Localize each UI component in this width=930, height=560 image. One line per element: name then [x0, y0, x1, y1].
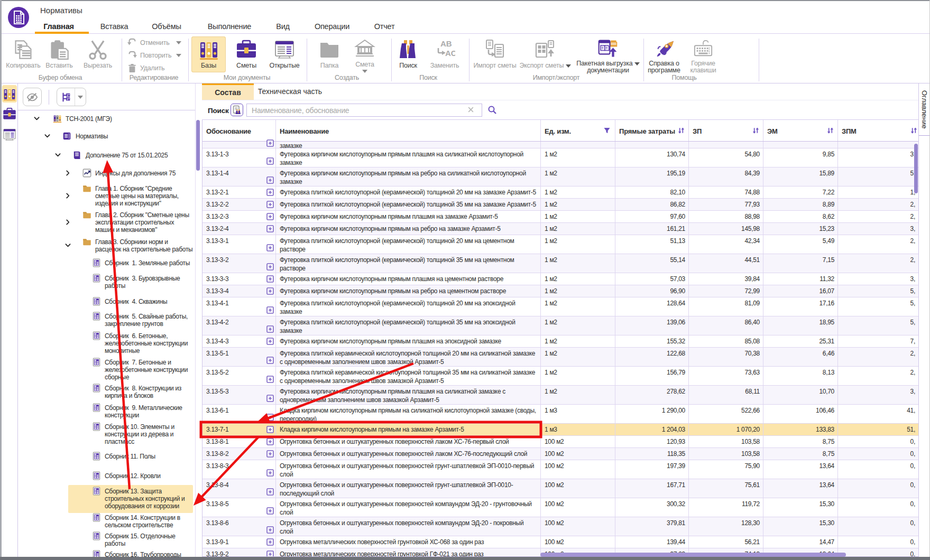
search-submit-icon[interactable]: [487, 105, 497, 115]
table-row-3.13-8-6[interactable]: 3.13-8-6Огрунтовка бетонных и оштукатуре…: [202, 517, 918, 536]
table-row-3.13-3-3[interactable]: 3.13-3-3Футеровка кирпичом кислотоупорны…: [202, 273, 918, 285]
new-folder-button[interactable]: Папка: [313, 36, 346, 72]
table-row-3.13-5-3[interactable]: 3.13-5-3Футеровка кирпичом кислотоупорны…: [202, 386, 918, 405]
table-row-3.13-8-2[interactable]: 3.13-8-2Огрунтовка бетонных и оштукатуре…: [202, 448, 918, 460]
batch-upload-button[interactable]: Пакетная выгрузка документации: [575, 36, 641, 72]
tab-tech-part[interactable]: Техническая часть: [254, 83, 326, 100]
opened-button[interactable]: Открытые: [266, 36, 303, 72]
expand-plus-icon[interactable]: [266, 139, 274, 147]
menu-tab-main[interactable]: Главная: [27, 20, 90, 33]
expand-plus-icon[interactable]: [266, 338, 274, 345]
expand-plus-icon[interactable]: [266, 450, 274, 458]
table-row-3.13-3-4[interactable]: 3.13-3-4Футеровка кирпичом кислотоупорны…: [202, 285, 918, 297]
filter-funnel-icon[interactable]: [603, 127, 611, 134]
expand-plus-icon[interactable]: [266, 357, 274, 364]
chevron-down-icon[interactable]: [65, 242, 71, 248]
table-row-3.13-8-3[interactable]: 3.13-8-3Огрунтовка бетонных и оштукатуре…: [202, 460, 918, 479]
table-row-3.13-5-2[interactable]: 3.13-5-2Футеровка плиткой керамической к…: [202, 367, 918, 386]
paste-button[interactable]: Вставить: [42, 36, 76, 72]
expand-plus-icon[interactable]: [266, 176, 274, 184]
tree-scrollbar-thumb[interactable]: [196, 120, 200, 171]
table-row-3.13-7-1[interactable]: 3.13-7-1Кладка кирпичом кислотоупорным п…: [202, 424, 918, 436]
tab-sostav[interactable]: Состав: [202, 83, 254, 100]
sort-icon[interactable]: [910, 127, 918, 135]
table-row-3.13-5-1[interactable]: 3.13-5-1Футеровка плиткой керамической к…: [202, 348, 918, 367]
table-row-3.13-2-1[interactable]: 3.13-2-1Футеровка плиткой кислотоупорной…: [202, 186, 918, 199]
bases-button[interactable]: Базы: [191, 36, 226, 72]
table-vertical-scrollbar-thumb[interactable]: [914, 144, 918, 193]
chevron-down-icon[interactable]: [55, 152, 61, 158]
chevron-down-icon[interactable]: [44, 133, 50, 139]
tab-toc[interactable]: Оглавление: [919, 83, 930, 136]
table-row-3.13-8-4[interactable]: 3.13-8-4Огрунтовка бетонных и оштукатуре…: [202, 479, 918, 498]
strip-estimates[interactable]: [2, 105, 17, 123]
expand-plus-icon[interactable]: [266, 438, 274, 445]
table-row-3.13-2-4[interactable]: 3.13-2-4Футеровка кирпичом кислотоупорны…: [202, 223, 918, 235]
chevron-down-icon[interactable]: [34, 116, 40, 122]
import-estimate-button[interactable]: Импорт сметы: [472, 36, 518, 72]
expand-plus-icon[interactable]: [266, 213, 274, 220]
table-row-3.13-4-3[interactable]: 3.13-4-3Футеровка кирпичом кислотоупорны…: [202, 335, 918, 348]
expand-plus-icon[interactable]: [266, 275, 274, 283]
search-input[interactable]: Наименование, обоснование: [246, 104, 482, 117]
expand-plus-icon[interactable]: [266, 526, 274, 534]
strip-opened[interactable]: [2, 126, 17, 143]
dropdown-arrow-icon[interactable]: [362, 70, 367, 73]
undo-button[interactable]: Отменить: [127, 38, 181, 48]
app-logo-icon[interactable]: [8, 7, 29, 28]
table-horizontal-scrollbar-thumb[interactable]: [540, 553, 846, 557]
table-row-3.13-4-1[interactable]: 3.13-4-1Футеровка плиткой кислотоупорной…: [202, 297, 918, 316]
chevron-down-icon[interactable]: [75, 96, 86, 99]
column-header-7[interactable]: ЗПМ: [838, 120, 918, 141]
search-scope-button[interactable]: [231, 104, 243, 116]
cut-button[interactable]: Вырезать: [79, 36, 116, 72]
chevron-right-icon[interactable]: [65, 219, 71, 225]
table-row-3.13-1-4[interactable]: 3.13-1-4Футеровка кирпичом кислотоупорны…: [202, 167, 918, 186]
strip-bases[interactable]: [2, 85, 17, 102]
column-header-5[interactable]: ЗП: [689, 120, 763, 141]
sort-icon[interactable]: [752, 127, 760, 135]
expand-plus-icon[interactable]: [266, 488, 274, 496]
delete-button[interactable]: Удалить: [127, 63, 174, 73]
expand-plus-icon[interactable]: [266, 469, 274, 477]
expand-plus-icon[interactable]: [266, 201, 274, 208]
estimates-button[interactable]: Сметы: [229, 36, 263, 72]
column-header-3[interactable]: Ед. изм.: [541, 120, 615, 141]
dropdown-arrow-icon[interactable]: [176, 54, 181, 57]
column-header-1[interactable]: Обоснование: [202, 120, 276, 141]
copy-button[interactable]: Копировать: [4, 36, 42, 72]
expand-plus-icon[interactable]: [266, 157, 274, 165]
table-row-3.13-1-3[interactable]: 3.13-1-3Футеровка кирпичом кислотоупорны…: [202, 148, 918, 167]
table-row-3.13-2-2[interactable]: 3.13-2-2Футеровка плиткой кислотоупорной…: [202, 199, 918, 211]
menu-tab-2[interactable]: Объёмы: [135, 20, 198, 33]
expand-plus-icon[interactable]: [266, 376, 274, 383]
table-row-3.13-8-5[interactable]: 3.13-8-5Огрунтовка бетонных и оштукатуре…: [202, 498, 918, 517]
table-row-3.13-4-2[interactable]: 3.13-4-2Футеровка плиткой кислотоупорной…: [202, 316, 918, 335]
expand-plus-icon[interactable]: [266, 263, 274, 270]
hide-tree-button[interactable]: [23, 88, 42, 106]
menu-tab-6[interactable]: Отчет: [353, 20, 416, 33]
hotkeys-button[interactable]: Горячие клавиши: [686, 36, 721, 72]
column-header-6[interactable]: ЭМ: [763, 120, 838, 141]
column-header-2[interactable]: Наименование: [276, 120, 541, 141]
find-button[interactable]: Поиск: [395, 36, 421, 72]
tree-view-mode-button[interactable]: [57, 88, 86, 106]
expand-plus-icon[interactable]: [266, 306, 274, 314]
table-row-3.13-3-2[interactable]: 3.13-3-2Футеровка плиткой кислотоупорной…: [202, 254, 918, 273]
new-estimate-button[interactable]: Смета: [348, 36, 381, 72]
about-button[interactable]: Справка о программе: [645, 36, 683, 72]
expand-plus-icon[interactable]: [266, 426, 274, 433]
dropdown-arrow-icon[interactable]: [176, 41, 181, 44]
expand-plus-icon[interactable]: [266, 189, 274, 196]
table-row-3.13-8-1[interactable]: 3.13-8-1Огрунтовка бетонных и оштукатуре…: [202, 436, 918, 448]
table-row-3.13-9-1[interactable]: 3.13-9-1Огрунтовка металлических поверхн…: [202, 536, 918, 548]
redo-button[interactable]: Повторить: [127, 51, 181, 60]
expand-plus-icon[interactable]: [266, 287, 274, 295]
expand-plus-icon[interactable]: [266, 225, 274, 232]
expand-plus-icon[interactable]: [266, 507, 274, 515]
export-estimate-button[interactable]: Экспорт сметы: [520, 36, 570, 72]
chevron-right-icon[interactable]: [65, 193, 71, 199]
replace-button[interactable]: ABACЗаменить: [423, 36, 466, 72]
expand-plus-icon[interactable]: [266, 414, 274, 421]
column-header-4[interactable]: Прямые затраты: [615, 120, 689, 141]
